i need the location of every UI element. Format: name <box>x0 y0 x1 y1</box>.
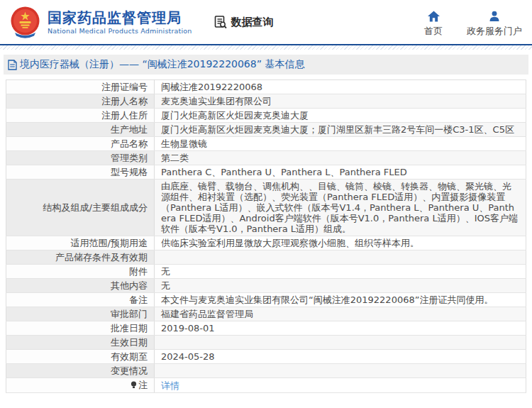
registration-info-table-wrap: 注册证编号 闽械注准20192220068 注册人名称 麦克奥迪实业集团有限公司 <box>6 79 526 393</box>
row-value: 生物显微镜 <box>155 137 526 151</box>
home-icon <box>428 11 440 22</box>
row-value: 第二类 <box>155 151 526 165</box>
row-label: 变更情况 <box>6 364 155 378</box>
row-value: 2019-08-01 <box>155 321 526 336</box>
row-label: 注册证编号 <box>6 80 155 94</box>
table-row: 型号规格 Panthera C、Panthera U、Panthera L、Pa… <box>6 165 526 180</box>
row-label: 生产地址 <box>6 123 155 137</box>
table-row: 产品储存条件及有效期 <box>6 250 526 265</box>
row-value: 2024-05-28 <box>155 350 526 364</box>
row-value: Panthera C、Panthera U、Panthera L、Panther… <box>155 165 526 180</box>
row-value: 厦门火炬高新区火炬园麦克奥迪大厦；厦门湖里区新丰三路2号车间一楼C3-1区、C5… <box>155 123 526 137</box>
data-query-link[interactable]: 数据查询 <box>214 15 274 29</box>
nav-label-home: 首页 <box>424 25 443 38</box>
user-icon <box>489 11 500 22</box>
national-emblem-icon <box>9 6 42 39</box>
row-value: 供临床实验室利用显微放大原理观察微小细胞、组织等样本用。 <box>155 236 526 250</box>
row-value: 详情 <box>155 378 526 393</box>
data-query-icon <box>214 15 228 29</box>
table-row: 注册人名称 麦克奥迪实业集团有限公司 <box>6 94 526 109</box>
row-value: 福建省药品监督管理局 <box>155 307 526 321</box>
table-row: 注册人住所 厦门火炬高新区火炬园麦克奥迪大厦 <box>6 109 526 123</box>
row-label: 产品名称 <box>6 137 155 151</box>
row-label: 有效期至 <box>6 350 155 364</box>
row-label: 产品储存条件及有效期 <box>6 250 155 265</box>
table-row: 产品名称 生物显微镜 <box>6 137 526 151</box>
row-value: 无 <box>155 265 526 279</box>
table-row: 审批部门 福建省药品监督管理局 <box>6 307 526 321</box>
row-label: 型号规格 <box>6 165 155 180</box>
row-value: 麦克奥迪实业集团有限公司 <box>155 94 526 109</box>
nmpa-logo: 国家药品监督管理局 National Medical Products Admi… <box>9 6 192 39</box>
table-row: 适用范围/预期用途 供临床实验室利用显微放大原理观察微小细胞、组织等样本用。 <box>6 236 526 250</box>
site-header: 国家药品监督管理局 National Medical Products Admi… <box>0 0 532 44</box>
details-link[interactable]: 详情 <box>161 380 179 391</box>
row-value <box>155 250 526 265</box>
document-icon <box>8 60 17 70</box>
org-name-en: National Medical Products Administration <box>48 26 192 35</box>
row-value <box>155 364 526 378</box>
row-label: 注册人名称 <box>6 94 155 109</box>
table-row: 有效期至 2024-05-28 <box>6 350 526 364</box>
table-row: 变更情况 <box>6 364 526 378</box>
registration-info-table: 注册证编号 闽械注准20192220068 注册人名称 麦克奥迪实业集团有限公司 <box>6 79 526 393</box>
row-value: 由底座、镜臂、载物台、调焦机构、、目镜、镜筒、棱镜、转换器、物镜、聚光镜、光源组… <box>155 180 526 236</box>
row-label: 管理类别 <box>6 151 155 165</box>
row-value: 厦门火炬高新区火炬园麦克奥迪大厦 <box>155 109 526 123</box>
table-row: 生效日期 <box>6 336 526 350</box>
row-label: 注册人住所 <box>6 109 155 123</box>
nav-item-gov-portal[interactable]: 政务服务门户 <box>467 11 522 38</box>
table-row: 注册证编号 闽械注准20192220068 <box>6 80 526 94</box>
table-row: 结构及组成/主要组成成分 由底座、镜臂、载物台、调焦机构、、目镜、镜筒、棱镜、转… <box>6 180 526 236</box>
table-row: 其他内容 无 <box>6 279 526 293</box>
row-label: 备注 <box>6 293 155 307</box>
nav-item-home[interactable]: 首页 <box>424 11 443 38</box>
row-label: 适用范围/预期用途 <box>6 236 155 250</box>
data-query-label: 数据查询 <box>231 16 274 29</box>
hatch-strip <box>0 45 532 50</box>
row-label: 其他内容 <box>6 279 155 293</box>
nav-label-gov-portal: 政务服务门户 <box>467 25 522 38</box>
row-label: 审批部门 <box>6 307 155 321</box>
row-value: 闽械注准20192220068 <box>155 80 526 94</box>
org-name-cn: 国家药品监督管理局 <box>48 9 192 26</box>
row-value <box>155 336 526 350</box>
row-label: 注 <box>6 378 155 393</box>
bulb-icon <box>131 380 137 391</box>
page-title: 境内医疗器械（注册）—— “闽械注准20192220068” 基本信息 <box>20 58 304 71</box>
row-label: 生效日期 <box>6 336 155 350</box>
row-value: 本文件与麦克奥迪实业集团有限公司“闽械注准20192220068”注册证共同使用… <box>155 293 526 307</box>
table-row: 生产地址 厦门火炬高新区火炬园麦克奥迪大厦；厦门湖里区新丰三路2号车间一楼C3-… <box>6 123 526 137</box>
table-row: 注 详情 <box>6 378 526 393</box>
table-row: 批准日期 2019-08-01 <box>6 321 526 336</box>
row-label: 附件 <box>6 265 155 279</box>
table-row: 附件 无 <box>6 265 526 279</box>
org-names: 国家药品监督管理局 National Medical Products Admi… <box>48 9 192 35</box>
row-label: 结构及组成/主要组成成分 <box>6 180 155 236</box>
page-title-bar: 境内医疗器械（注册）—— “闽械注准20192220068” 基本信息 <box>4 55 528 75</box>
top-nav: 首页 政务服务门户 <box>424 6 522 38</box>
table-row: 管理类别 第二类 <box>6 151 526 165</box>
row-value: 无 <box>155 279 526 293</box>
table-row: 备注 本文件与麦克奥迪实业集团有限公司“闽械注准20192220068”注册证共… <box>6 293 526 307</box>
row-label: 批准日期 <box>6 321 155 336</box>
